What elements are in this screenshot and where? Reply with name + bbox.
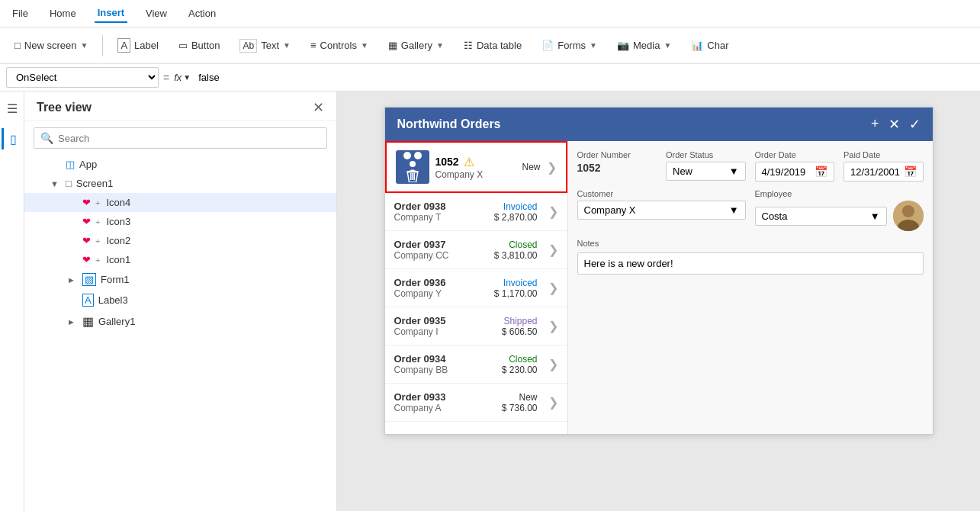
list-item-info-4: Order 0934 Company BB [394, 353, 496, 375]
order-date-input[interactable]: 4/19/2019 📅 [755, 162, 835, 182]
list-item-company-3: Company I [394, 326, 496, 337]
tree-search-box[interactable]: 🔍 [34, 127, 327, 149]
customer-select[interactable]: Company X ▼ [577, 201, 746, 220]
list-item[interactable]: Order 0935 Company I Shipped $ 606.50 ❯ [385, 307, 567, 345]
new-screen-button[interactable]: □ New screen ▼ [6, 34, 96, 56]
list-item-order-1: Order 0937 [394, 239, 488, 250]
search-icon: 🔍 [40, 132, 53, 144]
formula-bar: OnSelect = fx ▼ [0, 64, 980, 92]
controls-button[interactable]: ≡ Controls ▼ [302, 34, 377, 56]
toolbar-separator-1 [102, 35, 103, 56]
fx-indicator[interactable]: fx ▼ [174, 72, 191, 83]
customer-label: Customer [577, 189, 746, 198]
order-status-select[interactable]: New ▼ [666, 162, 746, 181]
tree-form1-label: Form1 [101, 274, 327, 285]
paid-date-input[interactable]: 12/31/2001 📅 [843, 162, 924, 182]
chart-button[interactable]: 📊 Char [683, 34, 737, 56]
tree-item-icon1[interactable]: ❤ + Icon1 [24, 250, 336, 269]
text-button[interactable]: Ab Text ▼ [231, 34, 298, 58]
tree-item-icon2[interactable]: ❤ + Icon2 [24, 231, 336, 250]
icon3-icon: ❤ [82, 216, 91, 227]
list-item-info-0: Order 0938 Company T [394, 201, 488, 223]
tree-item-gallery1[interactable]: ► ▦ Gallery1 [24, 310, 336, 333]
button-button[interactable]: ▭ Button [170, 34, 229, 56]
selected-order-item[interactable]: 1052 ⚠ Company X New ❯ [385, 141, 567, 193]
circle-3 [410, 161, 416, 167]
gallery1-icon: ▦ [82, 314, 94, 329]
toolbar: □ New screen ▼ A Label ▭ Button Ab Text … [0, 27, 980, 64]
list-item[interactable]: Order 0938 Company T Invoiced $ 2,870.00… [385, 193, 567, 231]
tree-label3-label: Label3 [98, 294, 327, 306]
selected-order-right: New [522, 162, 540, 172]
list-item-info-1: Order 0937 Company CC [394, 239, 488, 261]
selected-chevron-icon: ❯ [547, 160, 557, 175]
tree-item-icon3[interactable]: ❤ + Icon3 [24, 212, 336, 231]
list-item-status-0: Invoiced [494, 201, 538, 212]
nav-layers-icon[interactable]: ▯ [2, 128, 23, 149]
tree-item-form1[interactable]: ► ▧ Form1 [24, 269, 336, 290]
new-screen-icon: □ [14, 40, 21, 51]
label-icon: A [117, 38, 130, 53]
app-add-button[interactable]: + [871, 116, 879, 133]
tree-icon4-label: Icon4 [106, 197, 327, 208]
menu-insert[interactable]: Insert [95, 4, 127, 23]
gallery1-expand-icon: ► [67, 317, 78, 326]
app-check-button[interactable]: ✓ [909, 116, 921, 133]
list-item-right-1: Closed $ 3,810.00 [494, 239, 538, 261]
tree-item-screen1[interactable]: ▼ □ Screen1 [24, 174, 336, 193]
list-item-chevron-1: ❯ [548, 243, 558, 257]
app-close-button[interactable]: ✕ [888, 116, 900, 133]
notes-input[interactable] [577, 252, 924, 275]
order-status-label: Order Status [666, 150, 746, 159]
screen-icon: □ [66, 178, 72, 189]
data-table-button[interactable]: ☷ Data table [455, 34, 530, 56]
tree-item-app[interactable]: ◫ App [24, 155, 336, 174]
list-item-order-5: Order 0933 [394, 391, 496, 403]
icon-circles [403, 152, 422, 159]
icon4-add-icon: + [95, 198, 100, 207]
order-list-panel: 1052 ⚠ Company X New ❯ Order 0938 Compa [385, 141, 568, 434]
gallery-button[interactable]: ▦ Gallery ▼ [380, 34, 452, 56]
notes-label: Notes [577, 239, 924, 248]
menu-action[interactable]: Action [185, 5, 219, 22]
tree-icon3-label: Icon3 [106, 216, 327, 227]
list-item[interactable]: Order 0936 Company Y Invoiced $ 1,170.00… [385, 269, 567, 307]
tree-header: Tree view ✕ [24, 92, 336, 121]
employee-caret: ▼ [870, 211, 880, 222]
tree-view-panel: Tree view ✕ 🔍 ◫ App ▼ □ Screen1 [24, 92, 337, 511]
tree-view-close-button[interactable]: ✕ [313, 101, 324, 114]
formula-property-select[interactable]: OnSelect [6, 67, 159, 88]
formula-input[interactable] [195, 69, 974, 86]
list-item-company-5: Company A [394, 403, 496, 413]
tree-item-icon4[interactable]: ❤ + Icon4 [24, 193, 336, 212]
selected-order-id: 1052 [435, 156, 459, 168]
list-item-right-5: New $ 736.00 [502, 392, 538, 413]
paid-date-calendar-icon: 📅 [904, 166, 917, 178]
icon3-add-icon: + [95, 217, 100, 227]
media-button[interactable]: 📷 Media ▼ [609, 34, 680, 56]
icon2-icon: ❤ [82, 235, 91, 246]
selected-order-info: 1052 ⚠ Company X [435, 155, 516, 180]
employee-select[interactable]: Costa ▼ [755, 207, 887, 226]
tree-gallery1-label: Gallery1 [98, 316, 327, 327]
nav-hamburger-icon[interactable]: ☰ [2, 98, 23, 119]
label-button[interactable]: A Label [109, 33, 166, 58]
tree-item-label3[interactable]: A Label3 [24, 290, 336, 310]
list-item-status-3: Shipped [502, 316, 538, 326]
customer-field: Customer Company X ▼ [577, 189, 746, 231]
list-item[interactable]: Order 0937 Company CC Closed $ 3,810.00 … [385, 231, 567, 269]
menu-home[interactable]: Home [47, 5, 79, 22]
menu-view[interactable]: View [143, 5, 170, 22]
forms-icon: 📄 [541, 40, 554, 51]
list-item[interactable]: Order 0934 Company BB Closed $ 230.00 ❯ [385, 345, 567, 384]
list-item-status-5: New [502, 392, 538, 403]
tree-search-input[interactable] [58, 133, 320, 144]
menu-file[interactable]: File [9, 5, 31, 22]
equals-sign: = [163, 72, 169, 84]
svg-point-3 [902, 205, 914, 217]
list-item-order-2: Order 0936 [394, 277, 488, 288]
forms-button[interactable]: 📄 Forms ▼ [533, 34, 606, 56]
order-number-value: 1052 [577, 162, 657, 174]
list-item[interactable]: Order 0933 Company A New $ 736.00 ❯ [385, 384, 567, 422]
list-item-company-4: Company BB [394, 365, 496, 375]
